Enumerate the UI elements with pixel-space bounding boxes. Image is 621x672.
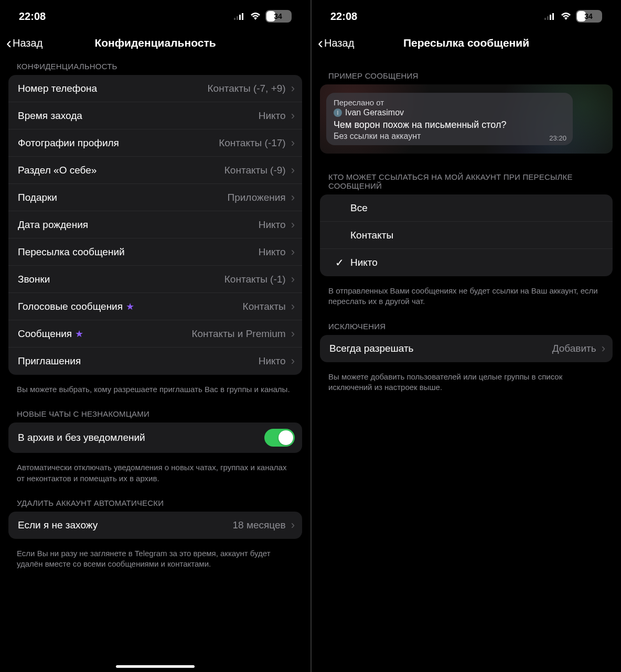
option-label: Контакты <box>350 230 393 241</box>
back-button[interactable]: ‹ Назад <box>318 35 354 51</box>
row-forwarding[interactable]: Пересылка сообщений Никто › <box>8 239 302 266</box>
forwarded-label: Переслано от <box>334 98 565 107</box>
status-time: 22:08 <box>330 10 357 23</box>
option-everyone[interactable]: Все <box>320 194 613 222</box>
chevron-right-icon: › <box>291 83 295 94</box>
chevron-left-icon: ‹ <box>6 35 12 51</box>
chevron-right-icon: › <box>291 165 295 176</box>
message-subtext: Без ссылки на аккаунт <box>334 132 565 141</box>
row-voice-messages[interactable]: Голосовые сообщения ★ Контакты › <box>8 293 302 320</box>
status-bar: 22:08 34 <box>312 0 621 29</box>
chevron-right-icon: › <box>291 219 295 231</box>
message-text: Чем ворон похож на письменный стол? <box>334 120 565 131</box>
privacy-group: Номер телефона Контакты (-7, +9) › Время… <box>8 75 302 375</box>
avatar-icon: I <box>334 109 342 117</box>
section-header-who: КТО МОЖЕТ ССЫЛАТЬСЯ НА МОЙ АККАУНТ ПРИ П… <box>320 158 613 194</box>
chevron-right-icon: › <box>291 274 295 285</box>
checkmark-icon: ✓ <box>328 256 350 269</box>
footer-newchats-note: Автоматически отключать уведомления о но… <box>8 457 302 484</box>
row-label: Пересылка сообщений <box>18 246 259 258</box>
row-label: Если я не захожу <box>18 519 233 531</box>
battery-level: 34 <box>577 12 600 20</box>
row-phone-number[interactable]: Номер телефона Контакты (-7, +9) › <box>8 75 302 102</box>
content-scroll[interactable]: КОНФИДЕНЦИАЛЬНОСТЬ Номер телефона Контак… <box>0 57 310 672</box>
svg-rect-3 <box>242 13 243 20</box>
nav-header: ‹ Назад Конфиденциальность <box>0 29 310 57</box>
row-label-text: Сообщения <box>18 328 72 340</box>
exceptions-group: Всегда разрешать Добавить › <box>320 335 613 362</box>
row-label: Номер телефона <box>18 83 208 94</box>
status-bar: 22:08 34 <box>0 0 310 29</box>
option-contacts[interactable]: Контакты <box>320 222 613 249</box>
row-label: Фотографии профиля <box>18 137 219 149</box>
row-value: Добавить <box>552 343 596 354</box>
row-value: Никто <box>259 246 286 258</box>
svg-rect-0 <box>234 18 235 20</box>
who-group: Все Контакты ✓ Никто <box>320 194 613 276</box>
row-value: Контакты (-9) <box>224 165 286 176</box>
svg-rect-1 <box>237 16 238 20</box>
svg-rect-7 <box>552 13 554 20</box>
chevron-left-icon: ‹ <box>318 35 323 51</box>
chevron-right-icon: › <box>291 246 295 258</box>
row-label: Сообщения ★ <box>18 328 191 340</box>
row-value: Никто <box>259 355 286 367</box>
home-indicator[interactable] <box>116 665 195 668</box>
forwarded-name: Ivan Gerasimov <box>345 108 404 117</box>
row-value: Контакты (-17) <box>219 137 285 149</box>
row-calls[interactable]: Звонки Контакты (-1) › <box>8 266 302 293</box>
message-example: Переслано от I Ivan Gerasimov Чем ворон … <box>320 84 613 154</box>
row-messages[interactable]: Сообщения ★ Контакты и Premium › <box>8 320 302 348</box>
delete-group: Если я не захожу 18 месяцев › <box>8 512 302 539</box>
page-title: Конфиденциальность <box>0 37 310 49</box>
row-label: Дата рождения <box>18 219 259 231</box>
row-last-seen[interactable]: Время захода Никто › <box>8 102 302 129</box>
back-label: Назад <box>324 37 354 49</box>
row-delete-account[interactable]: Если я не захожу 18 месяцев › <box>8 512 302 539</box>
message-time: 23:20 <box>549 134 566 142</box>
section-header-exceptions: ИСКЛЮЧЕНИЯ <box>320 307 613 335</box>
cellular-signal-icon <box>234 13 245 20</box>
battery-icon: 34 <box>576 10 602 23</box>
wifi-icon <box>560 12 572 20</box>
row-label: Приглашения <box>18 355 259 367</box>
status-icons: 34 <box>544 10 602 23</box>
row-profile-photos[interactable]: Фотографии профиля Контакты (-17) › <box>8 129 302 157</box>
svg-rect-6 <box>550 15 551 20</box>
toggle-archive-mute[interactable] <box>264 429 295 447</box>
section-header-delete: УДАЛИТЬ АККАУНТ АВТОМАТИЧЕСКИ <box>8 484 302 512</box>
phone-left: 22:08 34 ‹ Назад Конфиденциальность КОНФ… <box>0 0 310 672</box>
row-archive-mute[interactable]: В архив и без уведомлений <box>8 422 302 453</box>
svg-rect-4 <box>544 18 546 20</box>
row-label: Раздел «О себе» <box>18 165 224 176</box>
battery-level: 34 <box>266 12 290 20</box>
footer-who-note: В отправленных Вами сообщениях не будет … <box>320 280 613 307</box>
row-always-allow[interactable]: Всегда разрешать Добавить › <box>320 335 613 362</box>
row-value: 18 месяцев <box>233 519 286 531</box>
row-value: Контакты <box>243 301 286 312</box>
status-time: 22:08 <box>19 10 46 23</box>
row-birthday[interactable]: Дата рождения Никто › <box>8 211 302 239</box>
status-icons: 34 <box>234 10 292 23</box>
chevron-right-icon: › <box>291 519 295 531</box>
row-invites[interactable]: Приглашения Никто › <box>8 348 302 375</box>
wifi-icon <box>250 12 261 20</box>
row-gifts[interactable]: Подарки Приложения › <box>8 184 302 211</box>
option-nobody[interactable]: ✓ Никто <box>320 249 613 276</box>
nav-header: ‹ Назад Пересылка сообщений <box>312 29 621 57</box>
back-button[interactable]: ‹ Назад <box>6 35 42 51</box>
premium-star-icon: ★ <box>126 301 134 312</box>
footer-exceptions-note: Вы можете добавить пользователей или цел… <box>320 366 613 393</box>
row-bio[interactable]: Раздел «О себе» Контакты (-9) › <box>8 157 302 184</box>
section-header-privacy: КОНФИДЕНЦИАЛЬНОСТЬ <box>8 57 302 75</box>
section-header-example: ПРИМЕР СООБЩЕНИЯ <box>320 57 613 84</box>
row-value: Контакты (-1) <box>224 274 286 285</box>
option-label: Все <box>350 202 368 214</box>
cellular-signal-icon <box>544 13 556 20</box>
section-header-newchats: НОВЫЕ ЧАТЫ С НЕЗНАКОМЦАМИ <box>8 395 302 422</box>
battery-icon: 34 <box>265 10 292 23</box>
phone-right: 22:08 34 ‹ Назад Пересылка сообщений ПРИ… <box>310 0 621 672</box>
content-scroll[interactable]: ПРИМЕР СООБЩЕНИЯ Переслано от I Ivan Ger… <box>312 57 621 672</box>
chevron-right-icon: › <box>602 343 605 354</box>
row-label: Время захода <box>18 110 259 122</box>
